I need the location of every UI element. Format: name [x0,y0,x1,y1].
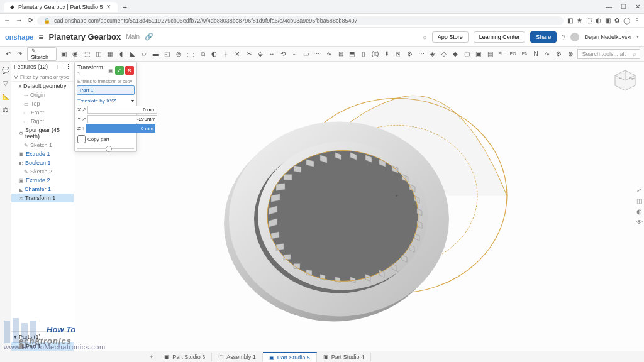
user-dropdown-icon[interactable]: ▾ [636,34,639,40]
ext-icon[interactable]: ◐ [596,17,601,24]
feat-plus-icon[interactable]: ⊕ [566,49,575,59]
derived-icon[interactable]: ⎘ [394,49,402,59]
move-face-icon[interactable]: ↔ [267,49,276,59]
tree-front-plane[interactable]: ▭Front [11,108,74,117]
rail-filter-icon[interactable]: ▽ [3,80,8,87]
draft-icon[interactable]: ▱ [140,49,148,59]
model-viewport[interactable]: Right Left ⤢ ◫ ◐ 👁 [74,62,644,351]
sweep-icon[interactable]: ⬚ [82,49,91,59]
sheet-metal-icon[interactable]: ⬒ [348,49,357,59]
selected-entity[interactable]: Part 1 [77,85,135,95]
feat-f-icon[interactable]: ▤ [486,49,494,59]
boolean-icon[interactable]: ◐ [210,49,219,59]
import-icon[interactable]: ⬇ [382,49,391,59]
curve-icon[interactable]: ∿ [325,49,333,59]
link-icon[interactable]: 🔗 [145,33,153,41]
x-input[interactable] [87,106,157,114]
view-section-icon[interactable]: ◫ [636,197,643,204]
tree-spur-gear[interactable]: ⚙Spur gear (45 teeth) [11,126,74,141]
flip-z-icon[interactable]: ↑ [82,126,84,131]
flip-x-icon[interactable]: ↗ [82,107,86,112]
feat-d-icon[interactable]: ▢ [462,49,471,59]
dialog-final-icon[interactable]: ▣ [108,67,114,74]
rail-comment-icon[interactable]: 💬 [2,67,9,74]
feat-su-icon[interactable]: SU [497,49,506,59]
dialog-confirm-button[interactable]: ✓ [115,66,124,75]
tree-transform1[interactable]: ⤨Transform 1 [11,194,74,202]
more-icon[interactable]: ⋯ [416,49,425,59]
tab-part-studio-3[interactable]: ▣Part Studio 3 [158,353,212,361]
tree-sketch2[interactable]: ✎Sketch 2 [11,167,74,176]
dialog-cancel-button[interactable]: ✕ [125,66,134,75]
frame-icon[interactable]: ▯ [359,49,368,59]
revolve-icon[interactable]: ◉ [71,49,80,59]
feat-b-icon[interactable]: ◇ [440,49,448,59]
chamfer-icon[interactable]: ◣ [128,49,137,59]
custom-icon[interactable]: ⚙ [405,49,414,59]
y-input[interactable] [87,115,157,123]
z-input[interactable] [86,124,155,133]
fillet-icon[interactable]: ◖ [117,49,126,59]
chevron-down-icon[interactable]: ▾ [131,98,134,104]
composite-icon[interactable]: ⊞ [336,49,345,59]
offset-surf-icon[interactable]: ≈ [291,49,299,59]
hamburger-icon[interactable]: ≡ [38,32,43,42]
delete-face-icon[interactable]: ✂ [244,49,253,59]
address-bar[interactable]: 🔒 cad.onshape.com/documents/5a13d4511927… [37,16,564,25]
close-tab-icon[interactable]: ✕ [106,4,111,10]
feat-e-icon[interactable]: ▣ [474,49,483,59]
panel-menu-icon[interactable]: ⋮ [65,63,71,70]
tree-boolean1[interactable]: ◐Boolean 1 [11,158,74,167]
feat-fa-icon[interactable]: FA [520,49,529,59]
nav-forward-icon[interactable]: → [16,16,23,25]
branch-label[interactable]: Main [126,33,140,40]
feat-gear-icon[interactable]: ⚙ [555,49,564,59]
view-fit-icon[interactable]: ⤢ [636,187,643,194]
tree-extrude1[interactable]: ▣Extrude 1 [11,150,74,158]
feat-c-icon[interactable]: ◆ [451,49,460,59]
learning-center-button[interactable]: Learning Center [474,31,526,43]
view-shade-icon[interactable]: ◐ [636,208,643,215]
menu-icon[interactable]: ⋮ [634,17,640,24]
feat-a-icon[interactable]: ◈ [428,49,437,59]
split-icon[interactable]: ⟊ [221,49,230,59]
search-tools-input[interactable]: Search tools... alt ⌕ [577,49,640,59]
redo-icon[interactable]: ↷ [15,49,24,59]
profile-icon[interactable]: ◯ [623,17,630,24]
feat-n-icon[interactable]: N [531,49,540,59]
close-window-button[interactable]: ✕ [635,3,640,10]
share-button[interactable]: Share [530,31,557,43]
transform-icon[interactable]: ⤨ [233,49,242,59]
tab-part-studio-5[interactable]: ▣Part Studio 5 [263,352,317,362]
replace-face-icon[interactable]: ⟲ [279,49,287,59]
view-cube[interactable]: Right Left [613,68,638,93]
avatar[interactable] [570,33,579,41]
tree-top-plane[interactable]: ▭Top [11,99,74,108]
rail-mass-icon[interactable]: ⚖ [3,106,8,113]
helix-icon[interactable]: 〰 [313,49,322,59]
mirror-icon[interactable]: ⧉ [198,49,207,59]
nav-reload-icon[interactable]: ⟳ [28,16,33,25]
translate-slider[interactable] [77,148,134,149]
ext-icon[interactable]: ⬚ [586,17,592,24]
feat-po-icon[interactable]: PO [509,49,518,59]
user-name[interactable]: Dejan Nedelkovski [584,34,631,40]
variable-icon[interactable]: (x) [370,49,379,59]
copy-part-checkbox[interactable] [77,135,86,143]
thicken-icon[interactable]: ▦ [106,49,114,59]
filter-icon[interactable]: ▽ [14,74,18,80]
panel-split-icon[interactable]: ◫ [57,63,63,70]
view-hide-icon[interactable]: 👁 [636,219,643,226]
tree-chamfer1[interactable]: ◣Chamfer 1 [11,185,74,194]
ext-icon[interactable]: ◧ [567,17,573,24]
loft-icon[interactable]: ◫ [94,49,103,59]
onshape-logo[interactable]: onshape [5,33,33,41]
chat-icon[interactable]: ⟐ [423,33,427,41]
tree-default-geometry[interactable]: ▾Default geometry [11,82,74,90]
tree-origin[interactable]: ⊹Origin [11,90,74,99]
ext-icon[interactable]: ★ [577,17,582,24]
ext-icon[interactable]: ✿ [614,17,619,24]
app-store-button[interactable]: App Store [432,31,469,43]
ext-icon[interactable]: ▣ [605,17,611,24]
extrude-icon[interactable]: ▣ [59,49,68,59]
